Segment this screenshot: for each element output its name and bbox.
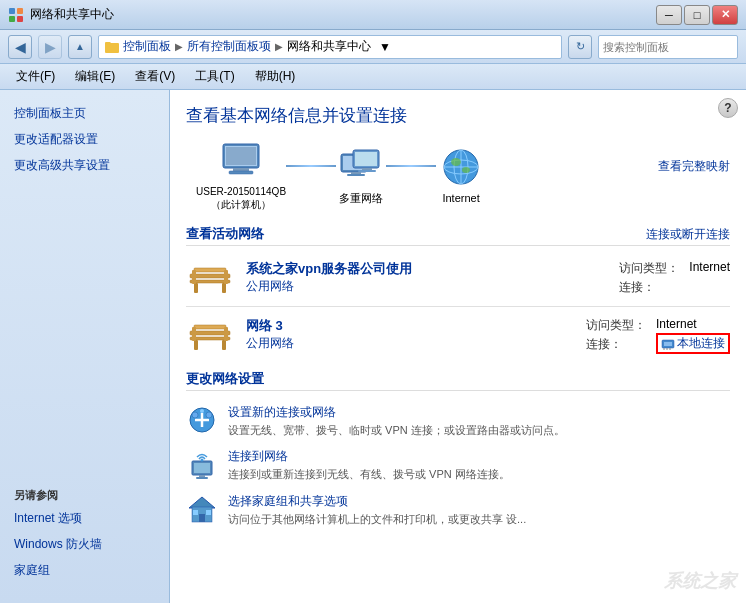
settings-desc-homegroup: 访问位于其他网络计算机上的文件和打印机，或更改共享 设... xyxy=(228,512,730,527)
sidebar-item-sharing[interactable]: 更改高级共享设置 xyxy=(0,152,169,178)
net-node-computer: USER-20150114QB（此计算机） xyxy=(196,141,286,211)
settings-item-new-connection: 设置新的连接或网络 设置无线、宽带、拨号、临时或 VPN 连接；或设置路由器或访… xyxy=(186,399,730,443)
active-networks-title: 查看活动网络 xyxy=(186,225,264,243)
svg-rect-30 xyxy=(222,283,226,293)
sidebar-item-internet-options[interactable]: Internet 选项 xyxy=(0,505,169,531)
network-name-vpn[interactable]: 系统之家vpn服务器公司使用 xyxy=(246,260,607,278)
net-label-multi: 多重网络 xyxy=(339,191,383,205)
svg-rect-38 xyxy=(192,327,196,341)
network-labels-vpn: 访问类型： 连接： xyxy=(619,260,679,296)
title-bar: 网络和共享中心 ─ □ ✕ xyxy=(0,0,746,30)
breadcrumb-all-items[interactable]: 所有控制面板项 xyxy=(187,38,271,55)
multi-network-icon xyxy=(336,147,386,187)
sidebar-item-homegroup[interactable]: 家庭组 xyxy=(0,557,169,583)
title-bar-text: 网络和共享中心 xyxy=(30,6,114,23)
svg-point-50 xyxy=(200,409,204,413)
search-bar xyxy=(598,35,738,59)
menu-edit[interactable]: 编辑(E) xyxy=(67,66,123,87)
svg-rect-58 xyxy=(199,514,205,522)
network-info-net3: 网络 3 公用网络 xyxy=(246,317,574,352)
svg-rect-2 xyxy=(9,16,15,22)
svg-rect-39 xyxy=(224,327,228,341)
separator-1 xyxy=(186,306,730,307)
network-type-vpn[interactable]: 公用网络 xyxy=(246,278,607,295)
settings-title: 更改网络设置 xyxy=(186,370,264,388)
svg-rect-29 xyxy=(194,283,198,293)
settings-link-homegroup[interactable]: 选择家庭组和共享选项 xyxy=(228,493,730,510)
main-layout: 控制面板主页 更改适配器设置 更改高级共享设置 另请参阅 Internet 选项… xyxy=(0,90,746,603)
menu-tools[interactable]: 工具(T) xyxy=(187,66,242,87)
settings-item-connect: 连接到网络 连接到或重新连接到无线、有线、拨号或 VPN 网络连接。 xyxy=(186,443,730,487)
menu-bar: 文件(F) 编辑(E) 查看(V) 工具(T) 帮助(H) xyxy=(0,64,746,90)
settings-content-connect: 连接到网络 连接到或重新连接到无线、有线、拨号或 VPN 网络连接。 xyxy=(228,448,730,482)
svg-rect-37 xyxy=(222,340,226,350)
sidebar-item-adapter[interactable]: 更改适配器设置 xyxy=(0,126,169,152)
connect-svg xyxy=(187,449,217,479)
svg-rect-9 xyxy=(233,168,249,171)
svg-rect-10 xyxy=(229,171,253,174)
up-button[interactable]: ▲ xyxy=(68,35,92,59)
network-values-vpn: Internet xyxy=(689,260,730,296)
homegroup-svg xyxy=(187,494,217,524)
computer-svg xyxy=(219,142,263,180)
settings-content-new: 设置新的连接或网络 设置无线、宽带、拨号、临时或 VPN 连接；或设置路由器或访… xyxy=(228,404,730,438)
sidebar-item-firewall[interactable]: Windows 防火墙 xyxy=(0,531,169,557)
active-networks-section: 查看活动网络 连接或断开连接 xyxy=(186,225,730,360)
net-label-internet: Internet xyxy=(442,191,479,205)
refresh-button[interactable]: ↻ xyxy=(568,35,592,59)
settings-link-connect[interactable]: 连接到网络 xyxy=(228,448,730,465)
menu-view[interactable]: 查看(V) xyxy=(127,66,183,87)
search-input[interactable] xyxy=(603,41,741,53)
network-bench-icon-2 xyxy=(186,317,234,353)
breadcrumb-control-panel[interactable]: 控制面板 xyxy=(123,38,171,55)
settings-content-homegroup: 选择家庭组和共享选项 访问位于其他网络计算机上的文件和打印机，或更改共享 设..… xyxy=(228,493,730,527)
svg-rect-28 xyxy=(194,268,226,272)
sidebar-extra-section: 另请参阅 Internet 选项 Windows 防火墙 家庭组 xyxy=(0,482,169,583)
back-button[interactable]: ◀ xyxy=(8,35,32,59)
maximize-button[interactable]: □ xyxy=(684,5,710,25)
svg-point-49 xyxy=(206,412,212,418)
settings-link-new-connection[interactable]: 设置新的连接或网络 xyxy=(228,404,730,421)
svg-rect-13 xyxy=(351,172,361,174)
svg-rect-54 xyxy=(196,477,208,479)
view-full-map-link[interactable]: 查看完整映射 xyxy=(658,158,730,175)
sidebar-extra-label: 另请参阅 xyxy=(0,482,169,505)
network-details-vpn: 访问类型： 连接： Internet xyxy=(619,260,730,296)
network-values-net3: Internet xyxy=(656,317,730,354)
close-button[interactable]: ✕ xyxy=(712,5,738,25)
computer-icon xyxy=(216,141,266,181)
network-bench-icon-1 xyxy=(186,260,234,296)
disconnect-link[interactable]: 连接或断开连接 xyxy=(646,226,730,243)
menu-file[interactable]: 文件(F) xyxy=(8,66,63,87)
breadcrumb-dropdown[interactable]: ▼ xyxy=(379,40,391,54)
title-bar-left: 网络和共享中心 xyxy=(8,6,114,23)
adapter-icon xyxy=(661,338,675,350)
local-connection-badge[interactable]: 本地连接 xyxy=(656,333,730,354)
network-labels-net3: 访问类型： 连接： xyxy=(586,317,646,354)
homegroup-icon xyxy=(186,493,218,525)
sidebar-item-home[interactable]: 控制面板主页 xyxy=(0,100,169,126)
net-line-2 xyxy=(386,165,436,167)
forward-button[interactable]: ▶ xyxy=(38,35,62,59)
menu-help[interactable]: 帮助(H) xyxy=(247,66,304,87)
net-node-internet: Internet xyxy=(436,147,486,205)
settings-desc-new: 设置无线、宽带、拨号、临时或 VPN 连接；或设置路由器或访问点。 xyxy=(228,423,730,438)
svg-rect-36 xyxy=(194,340,198,350)
svg-rect-52 xyxy=(194,463,210,473)
svg-rect-31 xyxy=(192,270,196,284)
minimize-button[interactable]: ─ xyxy=(656,5,682,25)
network-info-vpn: 系统之家vpn服务器公司使用 公用网络 xyxy=(246,260,607,295)
svg-rect-35 xyxy=(194,325,226,329)
network-type-net3[interactable]: 公用网络 xyxy=(246,335,574,352)
network-name-net3[interactable]: 网络 3 xyxy=(246,317,574,335)
svg-rect-17 xyxy=(362,168,372,170)
net-node-multi: 多重网络 xyxy=(336,147,386,205)
page-title: 查看基本网络信息并设置连接 xyxy=(186,104,730,127)
help-button[interactable]: ? xyxy=(718,98,738,118)
network-item-vpn: 系统之家vpn服务器公司使用 公用网络 访问类型： 连接： Internet xyxy=(186,254,730,302)
folder-icon xyxy=(105,41,119,53)
content-area: ? 查看基本网络信息并设置连接 查看完整映射 xyxy=(170,90,746,603)
settings-desc-connect: 连接到或重新连接到无线、有线、拨号或 VPN 网络连接。 xyxy=(228,467,730,482)
local-connection-link[interactable]: 本地连接 xyxy=(677,335,725,352)
svg-rect-16 xyxy=(355,152,377,166)
